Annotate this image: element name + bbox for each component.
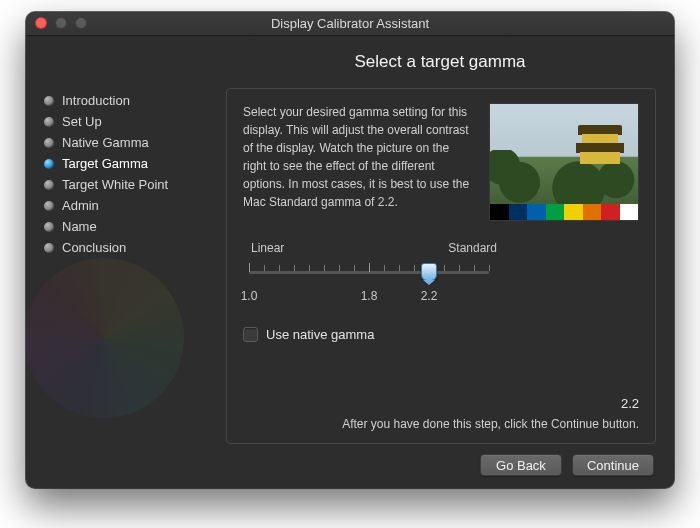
description-text: Select your desired gamma setting for th… — [243, 103, 475, 221]
sidebar-step: Admin — [44, 195, 212, 216]
sidebar-step: Target Gamma — [44, 153, 212, 174]
zoom-icon — [75, 17, 87, 29]
gamma-value-readout: 2.2 — [243, 396, 639, 411]
sidebar-step: Native Gamma — [44, 132, 212, 153]
step-bullet-icon — [44, 180, 54, 190]
step-label: Introduction — [62, 93, 130, 108]
slider-tick-label: 2.2 — [421, 289, 438, 303]
window: Display Calibrator Assistant Select a ta… — [26, 12, 674, 488]
step-label: Conclusion — [62, 240, 126, 255]
color-wheel-decoration — [26, 258, 184, 418]
continue-button[interactable]: Continue — [572, 454, 654, 476]
slider-label-standard: Standard — [448, 241, 497, 255]
sidebar-step: Conclusion — [44, 237, 212, 258]
footer-buttons: Go Back Continue — [44, 454, 656, 476]
window-body: Select a target gamma IntroductionSet Up… — [26, 36, 674, 488]
color-bar — [490, 204, 638, 220]
gamma-slider-area: Linear Standard 1.01.82.2 — [243, 241, 639, 303]
step-label: Admin — [62, 198, 99, 213]
window-title: Display Calibrator Assistant — [271, 16, 429, 31]
use-native-gamma-label: Use native gamma — [266, 327, 374, 342]
use-native-gamma-checkbox[interactable] — [243, 327, 258, 342]
sidebar-step: Set Up — [44, 111, 212, 132]
sidebar-step: Name — [44, 216, 212, 237]
hint-text: After you have done this step, click the… — [243, 417, 639, 431]
slider-label-linear: Linear — [251, 241, 284, 255]
sidebar-step: Target White Point — [44, 174, 212, 195]
step-label: Target Gamma — [62, 156, 148, 171]
step-bullet-icon — [44, 117, 54, 127]
content-panel: Select your desired gamma setting for th… — [226, 88, 656, 444]
slider-tick-label: 1.8 — [361, 289, 378, 303]
step-label: Target White Point — [62, 177, 168, 192]
preview-image — [489, 103, 639, 221]
step-label: Native Gamma — [62, 135, 149, 150]
step-bullet-icon — [44, 222, 54, 232]
go-back-button[interactable]: Go Back — [480, 454, 562, 476]
step-label: Name — [62, 219, 97, 234]
minimize-icon — [55, 17, 67, 29]
step-label: Set Up — [62, 114, 102, 129]
sidebar-step: Introduction — [44, 90, 212, 111]
step-bullet-icon — [44, 201, 54, 211]
slider-tick-label: 1.0 — [241, 289, 258, 303]
gamma-slider[interactable] — [249, 261, 489, 283]
titlebar[interactable]: Display Calibrator Assistant — [26, 12, 674, 36]
step-bullet-icon — [44, 138, 54, 148]
step-bullet-icon — [44, 159, 54, 169]
close-icon[interactable] — [35, 17, 47, 29]
step-sidebar: IntroductionSet UpNative GammaTarget Gam… — [44, 88, 212, 444]
window-controls — [35, 17, 87, 29]
step-bullet-icon — [44, 96, 54, 106]
step-bullet-icon — [44, 243, 54, 253]
page-title: Select a target gamma — [224, 52, 656, 72]
slider-thumb[interactable] — [421, 263, 437, 281]
